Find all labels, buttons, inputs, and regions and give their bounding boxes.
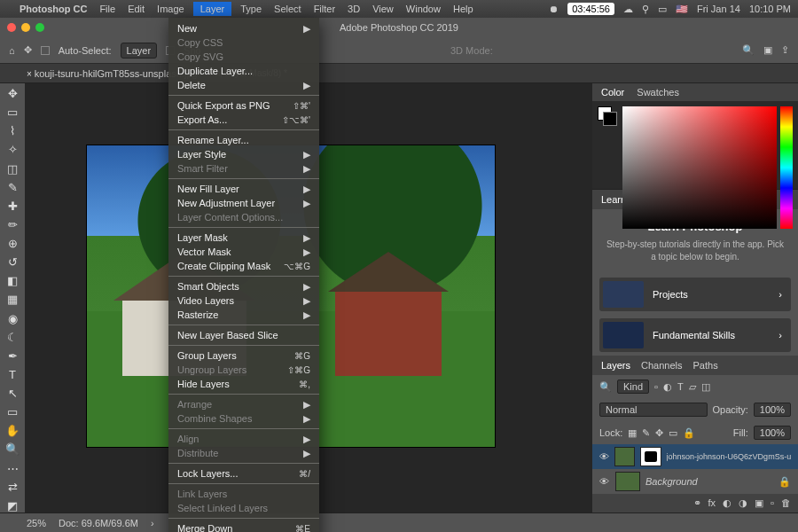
flag-icon[interactable]: 🇺🇸 <box>676 4 688 15</box>
fgbg-icon[interactable] <box>598 106 615 124</box>
mask-icon[interactable]: ◐ <box>723 497 732 509</box>
menu-file[interactable]: File <box>99 4 115 14</box>
share-icon[interactable]: ⇪ <box>781 44 789 56</box>
lock-brush-icon[interactable]: ✎ <box>642 427 650 439</box>
swap-icon[interactable]: ⇄ <box>4 481 20 494</box>
filter-img-icon[interactable]: ▫ <box>654 381 658 392</box>
filter-type-icon[interactable]: T <box>677 381 684 392</box>
menu-item[interactable]: New▶ <box>168 21 319 35</box>
learn-row-projects[interactable]: Projects › <box>599 278 791 311</box>
menu-item[interactable]: Export As...⇧⌥⌘' <box>168 113 319 127</box>
move-icon[interactable]: ✥ <box>24 44 32 56</box>
layer-name[interactable]: johnson-johnson-U6Q6zVDgmSs-unsplash <box>667 452 791 461</box>
adj-icon[interactable]: ◑ <box>739 497 747 509</box>
path-tool[interactable]: ↖ <box>4 387 20 400</box>
tab-paths[interactable]: Paths <box>693 360 718 371</box>
blend-select[interactable]: Normal <box>599 403 708 417</box>
tab-swatches[interactable]: Swatches <box>637 87 679 98</box>
shape-tool[interactable]: ▭ <box>4 405 20 419</box>
dodge-tool[interactable]: ☾ <box>4 331 20 344</box>
eyedropper-tool[interactable]: ✎ <box>4 181 20 194</box>
menu-item[interactable]: Duplicate Layer... <box>168 64 319 78</box>
move-tool[interactable]: ✥ <box>4 87 20 100</box>
learn-row-skills[interactable]: Fundamental Skills › <box>599 318 791 352</box>
date[interactable]: Fri Jan 14 <box>697 4 740 14</box>
menu-item[interactable]: New Layer Based Slice <box>168 328 319 342</box>
menu-edit[interactable]: Edit <box>128 4 145 14</box>
zoom-tool[interactable]: 🔍 <box>4 442 20 456</box>
lock-move-icon[interactable]: ✥ <box>655 427 663 439</box>
crop-tool[interactable]: ◫ <box>4 162 20 176</box>
wifi-icon[interactable]: ⚲ <box>642 4 649 15</box>
menu-item[interactable]: Lock Layers...⌘/ <box>168 466 319 481</box>
menu-item[interactable]: Hide Layers⌘, <box>168 377 319 391</box>
menu-window[interactable]: Window <box>406 4 441 14</box>
menu-item[interactable]: New Adjustment Layer▶ <box>168 196 319 210</box>
hue-slider[interactable] <box>780 106 793 229</box>
eye-icon[interactable]: 👁 <box>599 476 610 487</box>
link-icon[interactable]: ⚭ <box>693 497 701 509</box>
blur-tool[interactable]: ◉ <box>4 312 20 325</box>
eye-icon[interactable]: 👁 <box>599 451 609 462</box>
heal-tool[interactable]: ✚ <box>4 200 20 213</box>
filter-smart-icon[interactable]: ◫ <box>701 381 710 393</box>
group-icon[interactable]: ▣ <box>755 497 763 509</box>
doc-size[interactable]: Doc: 69.6M/69.6M <box>59 518 138 528</box>
battery-icon[interactable]: ▭ <box>658 4 667 15</box>
menu-item[interactable]: Vector Mask▶ <box>168 245 319 259</box>
workspace-icon[interactable]: ▣ <box>763 44 772 56</box>
zoom-level[interactable]: 25% <box>27 518 46 528</box>
menu-item[interactable]: Layer Mask▶ <box>168 231 319 245</box>
marquee-tool[interactable]: ▭ <box>4 106 20 119</box>
filter-shape-icon[interactable]: ▱ <box>689 381 696 393</box>
menu-item[interactable]: Rasterize▶ <box>168 308 319 322</box>
filter-adj-icon[interactable]: ◐ <box>663 381 672 393</box>
time[interactable]: 10:10 PM <box>749 4 791 14</box>
gradient-tool[interactable]: ▦ <box>4 293 20 306</box>
menu-filter[interactable]: Filter <box>314 4 335 14</box>
menu-type[interactable]: Type <box>240 4 262 14</box>
fgbg-swatch[interactable]: ◩ <box>4 499 20 512</box>
kind-select[interactable]: Kind <box>617 379 649 394</box>
pen-tool[interactable]: ✒ <box>4 349 20 363</box>
auto-select-check[interactable] <box>41 46 50 55</box>
menu-item[interactable]: Smart Objects▶ <box>168 279 319 293</box>
tab-layers[interactable]: Layers <box>601 360 630 371</box>
menu-item[interactable]: Delete▶ <box>168 78 319 92</box>
trash-icon[interactable]: 🗑 <box>781 497 791 509</box>
menu-view[interactable]: View <box>372 4 394 14</box>
lock-frame-icon[interactable]: ▭ <box>669 427 677 439</box>
zoom-icon[interactable] <box>35 23 44 32</box>
eraser-tool[interactable]: ◧ <box>4 274 20 287</box>
menu-item[interactable]: Merge Down⌘E <box>168 521 319 532</box>
chevron-right-icon[interactable]: › <box>151 518 154 528</box>
layer-name[interactable]: Background <box>645 476 698 487</box>
menu-item[interactable]: Create Clipping Mask⌥⌘G <box>168 259 319 273</box>
menu-image[interactable]: Image <box>157 4 184 14</box>
menu-item[interactable]: New Fill Layer▶ <box>168 182 319 196</box>
menu-help[interactable]: Help <box>453 4 473 14</box>
brush-tool[interactable]: ✏ <box>4 218 20 231</box>
app-name[interactable]: Photoshop CC <box>20 4 87 14</box>
menu-layer[interactable]: Layer <box>193 2 232 16</box>
type-tool[interactable]: T <box>4 368 20 381</box>
layer-select[interactable]: Layer <box>121 43 158 59</box>
lasso-tool[interactable]: ⌇ <box>4 124 20 137</box>
search-icon[interactable]: 🔍 <box>742 44 755 56</box>
menu-3d[interactable]: 3D <box>348 4 360 14</box>
menu-item[interactable]: Rename Layer... <box>168 133 319 147</box>
cc-icon[interactable]: ☁ <box>623 4 633 15</box>
menu-select[interactable]: Select <box>274 4 301 14</box>
hand-tool[interactable]: ✋ <box>4 424 20 437</box>
layer-row-1[interactable]: 👁 johnson-johnson-U6Q6zVDgmSs-unsplash <box>592 444 798 469</box>
color-picker[interactable] <box>592 101 798 189</box>
record-icon[interactable]: ⏺ <box>549 4 559 14</box>
lock-all-icon[interactable]: 🔒 <box>683 427 695 439</box>
menu-item[interactable]: Layer Style▶ <box>168 147 319 161</box>
home-icon[interactable]: ⌂ <box>9 45 15 56</box>
lock-trans-icon[interactable]: ▦ <box>628 427 637 439</box>
opacity-input[interactable]: 100% <box>754 403 791 417</box>
close-icon[interactable] <box>7 23 16 32</box>
tab-channels[interactable]: Channels <box>641 360 682 371</box>
history-tool[interactable]: ↺ <box>4 255 20 269</box>
